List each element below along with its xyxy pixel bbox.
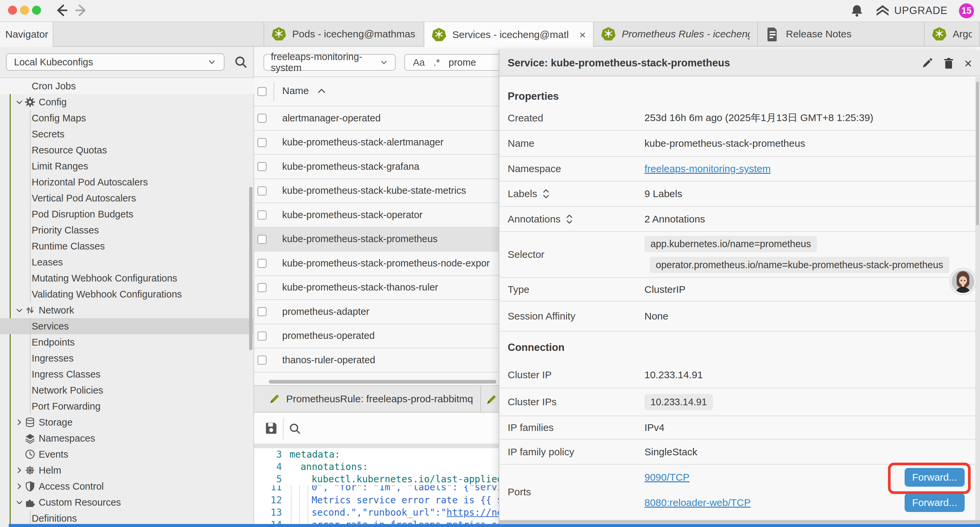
row-checkbox[interactable] — [258, 259, 267, 268]
expand-collapse-icon[interactable] — [542, 188, 550, 199]
sidebar-item-label: Leases — [32, 257, 63, 268]
match-case-toggle[interactable]: Aa — [413, 57, 425, 68]
chevron-right-icon[interactable] — [15, 482, 23, 490]
sidebar-item-network-policies[interactable]: Network Policies — [0, 382, 254, 398]
close-window-button[interactable] — [8, 6, 17, 15]
sidebar-item-events[interactable]: Events — [0, 446, 254, 462]
row-checkbox[interactable] — [258, 331, 267, 341]
sidebar-item-mutating-webhook-configurations[interactable]: Mutating Webhook Configurations — [0, 270, 254, 286]
notification-badge[interactable]: 15 — [959, 3, 974, 18]
row-checkbox[interactable] — [258, 114, 267, 123]
sidebar-item-config-maps[interactable]: Config Maps — [0, 110, 254, 126]
sidebar-item-secrets[interactable]: Secrets — [0, 126, 254, 142]
sidebar-item-endpoints[interactable]: Endpoints — [0, 334, 254, 350]
row-checkbox[interactable] — [258, 355, 267, 365]
sidebar-item-network[interactable]: Network — [0, 302, 254, 318]
forward-icon[interactable] — [74, 3, 89, 18]
minimize-window-button[interactable] — [20, 6, 29, 15]
kubernetes-icon — [601, 27, 616, 41]
expand-collapse-icon[interactable] — [566, 213, 573, 225]
sidebar-item-cron-jobs[interactable]: Cron Jobs — [0, 78, 254, 94]
sidebar-item-pod-disruption-budgets[interactable]: Pod Disruption Budgets — [0, 206, 254, 222]
row-checkbox[interactable] — [258, 283, 267, 292]
sidebar-item-runtime-classes[interactable]: Runtime Classes — [0, 238, 254, 254]
sidebar-item-ingresses[interactable]: Ingresses — [0, 350, 254, 366]
resource-name: kube-prometheus-stack-grafana — [282, 161, 419, 172]
column-header-name[interactable]: Name — [282, 85, 326, 96]
sidebar-item-namespaces[interactable]: Namespaces — [0, 430, 254, 446]
delete-icon[interactable] — [943, 57, 954, 69]
sidebar-item-limit-ranges[interactable]: Limit Ranges — [0, 158, 254, 174]
editor-search-icon[interactable] — [288, 422, 302, 435]
sidebar-item-horizontal-pod-autoscalers[interactable]: Horizontal Pod Autoscalers — [0, 174, 254, 190]
search-icon[interactable] — [234, 55, 248, 69]
detail-scrollbar[interactable] — [976, 82, 979, 225]
tab-release-notes[interactable]: Release Notes — [758, 22, 924, 46]
detail-label: Ports — [508, 486, 531, 498]
sidebar-item-label: Config Maps — [32, 113, 86, 124]
kubernetes-icon — [272, 27, 286, 41]
tab-strip: Navigator Pods - icecheng@mathmas...Serv… — [0, 22, 980, 47]
save-icon[interactable] — [264, 421, 278, 435]
chevron-right-icon[interactable] — [15, 418, 23, 426]
detail-horizontal-scrollbar[interactable] — [500, 520, 980, 524]
chevron-down-icon[interactable] — [15, 306, 23, 314]
tab-label: Pods - icecheng@mathmas... — [292, 29, 416, 40]
namespace-filter-dropdown[interactable]: freeleaps-monitoring-system — [264, 54, 396, 71]
row-checkbox[interactable] — [258, 307, 267, 316]
forward-button[interactable]: Forward... — [905, 493, 965, 512]
helm-icon — [25, 465, 35, 476]
sidebar-item-services[interactable]: Services — [0, 318, 254, 334]
detail-label: IP family policy — [508, 446, 574, 458]
sidebar-item-port-forwarding[interactable]: Port Forwarding — [0, 398, 254, 414]
tab-navigator[interactable]: Navigator — [0, 22, 53, 47]
sidebar-item-config[interactable]: Config — [0, 94, 254, 110]
port-link[interactable]: 9090/TCP — [644, 471, 689, 483]
table-search-input[interactable]: Aa .* prome — [404, 54, 504, 71]
detail-label: Session Affinity — [508, 310, 575, 322]
regex-toggle[interactable]: .* — [433, 57, 440, 68]
updown-icon — [25, 305, 35, 315]
kubeconfig-selector[interactable]: Local Kubeconfigs — [6, 53, 224, 71]
sidebar-item-storage[interactable]: Storage — [0, 414, 254, 430]
sidebar-item-validating-webhook-configurations[interactable]: Validating Webhook Configurations — [0, 286, 254, 302]
tab-services-icecheng-math[interactable]: Services - icecheng@math...× — [424, 22, 594, 47]
sidebar-item-custom-resources[interactable]: Custom Resources — [0, 494, 254, 510]
port-link[interactable]: 8080:reloader-web/TCP — [644, 497, 751, 508]
sidebar-item-access-control[interactable]: Access Control — [0, 478, 254, 494]
chevron-down-icon[interactable] — [15, 98, 23, 106]
pencil-icon[interactable] — [486, 393, 498, 405]
assistant-avatar[interactable] — [949, 268, 977, 295]
sidebar-scrollbar[interactable] — [249, 187, 253, 350]
sidebar-item-priority-classes[interactable]: Priority Classes — [0, 222, 254, 238]
selector-chip: app.kubernetes.io/name=prometheus — [644, 236, 817, 252]
bell-icon[interactable] — [850, 3, 864, 18]
row-checkbox[interactable] — [258, 235, 267, 244]
sidebar-item-ingress-classes[interactable]: Ingress Classes — [0, 366, 254, 382]
sidebar-item-vertical-pod-autoscalers[interactable]: Vertical Pod Autoscalers — [0, 190, 254, 206]
sidebar-item-label: Events — [39, 449, 68, 460]
editor-tab[interactable]: PrometheusRule: freeleaps-prod-rabbitmq — [254, 386, 481, 412]
row-checkbox[interactable] — [258, 162, 267, 171]
chevron-right-icon[interactable] — [15, 466, 23, 474]
sidebar-item-resource-quotas[interactable]: Resource Quotas — [0, 142, 254, 158]
edit-icon[interactable] — [921, 57, 933, 69]
tab-pods-icecheng-mathmas[interactable]: Pods - icecheng@mathmas... — [264, 22, 424, 46]
maximize-window-button[interactable] — [32, 6, 41, 15]
tab-close-icon[interactable]: × — [579, 29, 586, 40]
upgrade-button[interactable]: UPGRADE — [876, 4, 948, 18]
tab-argo-se[interactable]: Argo Se — [924, 22, 980, 46]
sidebar-item-helm[interactable]: Helm — [0, 462, 254, 478]
close-icon[interactable]: × — [964, 57, 972, 70]
back-icon[interactable] — [53, 3, 69, 18]
row-checkbox[interactable] — [258, 138, 267, 147]
chevron-down-icon[interactable] — [15, 498, 23, 506]
row-checkbox[interactable] — [258, 210, 267, 220]
row-checkbox[interactable] — [258, 186, 267, 196]
resource-tree: Cron JobsConfigConfig MapsSecretsResourc… — [0, 78, 254, 527]
select-all-checkbox[interactable] — [258, 87, 267, 96]
namespace-link[interactable]: freeleaps-monitoring-system — [644, 163, 770, 174]
sidebar-item-leases[interactable]: Leases — [0, 254, 254, 270]
tab-prometheus-rules-icecheng[interactable]: Prometheus Rules - icecheng... — [594, 22, 758, 46]
table-horizontal-scrollbar[interactable] — [269, 380, 496, 384]
